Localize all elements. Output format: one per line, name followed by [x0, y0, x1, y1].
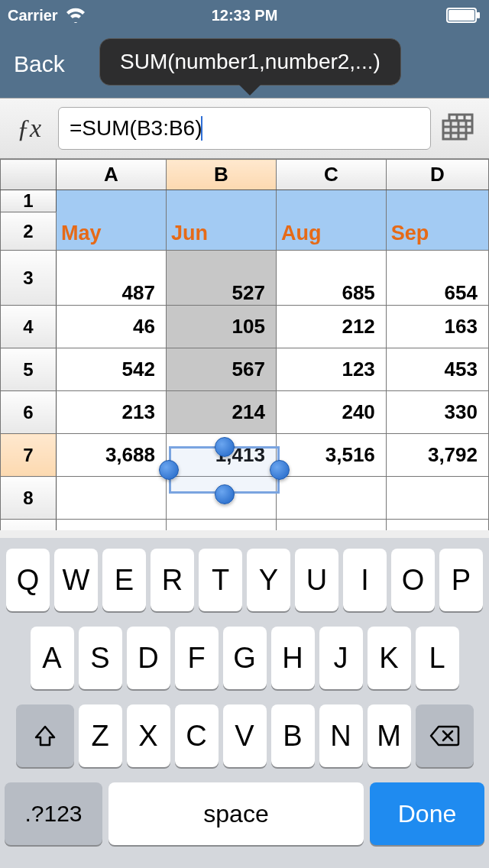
key-h[interactable]: H [271, 627, 315, 689]
selection-handle-right[interactable] [270, 460, 290, 480]
formula-input[interactable]: =SUM(B3:B6) [58, 107, 431, 150]
row-header-1[interactable]: 1 [1, 190, 57, 212]
battery-icon [446, 8, 481, 23]
keyboard-row-3: Z X C V B N M [5, 704, 484, 767]
select-all-corner[interactable] [1, 160, 57, 190]
key-x[interactable]: X [127, 704, 170, 767]
key-shift[interactable] [16, 704, 74, 767]
fx-icon[interactable]: ƒx [8, 114, 50, 143]
keyboard-row-4: .?123 space Done [5, 782, 484, 845]
cell-c4[interactable]: 212 [276, 306, 386, 348]
selection-handle-top[interactable] [215, 437, 235, 457]
cell-b3[interactable]: 527 [166, 251, 276, 306]
svg-rect-2 [449, 10, 474, 21]
cell-b-header[interactable]: Jun [166, 190, 276, 251]
cell-d5[interactable]: 453 [386, 348, 488, 391]
cell-a7[interactable]: 3,688 [57, 434, 167, 477]
key-z[interactable]: Z [79, 704, 122, 767]
cell-b4[interactable]: 105 [166, 306, 276, 348]
key-a[interactable]: A [31, 627, 74, 689]
key-p[interactable]: P [439, 549, 483, 611]
cell-d3[interactable]: 654 [386, 251, 488, 306]
row-header-5[interactable]: 5 [1, 348, 57, 391]
key-b[interactable]: B [271, 704, 315, 767]
cell-d7[interactable]: 3,792 [386, 434, 488, 477]
cell-d8[interactable] [386, 477, 488, 520]
key-l[interactable]: L [416, 627, 459, 689]
selection-handle-left[interactable] [159, 460, 179, 480]
keyboard-row-2: A S D F G H J K L [5, 627, 484, 689]
cell-a3[interactable]: 487 [57, 251, 167, 306]
key-g[interactable]: G [223, 627, 267, 689]
cell-a8[interactable] [57, 477, 167, 520]
key-done[interactable]: Done [370, 782, 484, 845]
key-d[interactable]: D [127, 627, 170, 689]
cell-a6[interactable]: 213 [57, 391, 167, 434]
cell-b9[interactable] [166, 520, 276, 531]
cell-a5[interactable]: 542 [57, 348, 167, 391]
cell-c7[interactable]: 3,516 [276, 434, 386, 477]
selection-handle-bottom[interactable] [215, 484, 235, 504]
key-numsym[interactable]: .?123 [5, 782, 102, 845]
cell-d-header[interactable]: Sep [386, 190, 488, 251]
key-m[interactable]: M [368, 704, 411, 767]
key-backspace[interactable] [416, 704, 474, 767]
key-y[interactable]: Y [247, 549, 290, 611]
formula-hint-tooltip: SUM(number1,number2,...) [99, 38, 401, 86]
cell-d6[interactable]: 330 [386, 391, 488, 434]
key-space[interactable]: space [108, 782, 364, 845]
text-caret [201, 116, 202, 141]
row-header-4[interactable]: 4 [1, 306, 57, 348]
key-k[interactable]: K [368, 627, 411, 689]
key-w[interactable]: W [54, 549, 98, 611]
cell-c9[interactable] [276, 520, 386, 531]
keyboard-row-1: Q W E R T Y U I O P [5, 549, 484, 611]
key-e[interactable]: E [102, 549, 146, 611]
sheets-button[interactable] [439, 112, 481, 145]
row-header-3[interactable]: 3 [1, 251, 57, 306]
col-header-a[interactable]: A [57, 160, 167, 190]
cell-c8[interactable] [276, 477, 386, 520]
cell-b5[interactable]: 567 [166, 348, 276, 391]
key-j[interactable]: J [319, 627, 363, 689]
backspace-icon [429, 724, 460, 747]
row-header-2[interactable]: 2 [1, 212, 57, 251]
svg-rect-1 [477, 12, 480, 18]
cell-d4[interactable]: 163 [386, 306, 488, 348]
back-button[interactable]: Back [14, 51, 65, 77]
key-q[interactable]: Q [6, 549, 50, 611]
cell-b6[interactable]: 214 [166, 391, 276, 434]
key-r[interactable]: R [151, 549, 194, 611]
cell-c-header[interactable]: Aug [276, 190, 386, 251]
formula-bar: ƒx =SUM(B3:B6) [0, 98, 489, 159]
keyboard: Q W E R T Y U I O P A S D F G H J K L Z … [0, 538, 489, 868]
svg-rect-8 [443, 121, 466, 139]
cell-a4[interactable]: 46 [57, 306, 167, 348]
key-i[interactable]: I [343, 549, 387, 611]
col-header-d[interactable]: D [386, 160, 488, 190]
key-f[interactable]: F [175, 627, 219, 689]
spreadsheet[interactable]: A B C D 1 May Jun Aug Sep 2 3 487 527 68… [0, 159, 489, 530]
status-bar: Carrier 12:33 PM [0, 0, 489, 31]
row-header-6[interactable]: 6 [1, 391, 57, 434]
wifi-icon [66, 8, 86, 23]
row-header-7[interactable]: 7 [1, 434, 57, 477]
row-header-8[interactable]: 8 [1, 477, 57, 520]
cell-a9[interactable] [57, 520, 167, 531]
key-n[interactable]: N [319, 704, 363, 767]
col-header-c[interactable]: C [276, 160, 386, 190]
cell-c5[interactable]: 123 [276, 348, 386, 391]
cell-d9[interactable] [386, 520, 488, 531]
col-header-b[interactable]: B [166, 160, 276, 190]
key-o[interactable]: O [391, 549, 435, 611]
key-s[interactable]: S [79, 627, 122, 689]
key-v[interactable]: V [223, 704, 267, 767]
shift-icon [33, 724, 57, 748]
key-u[interactable]: U [295, 549, 338, 611]
cell-a-header[interactable]: May [57, 190, 167, 251]
key-c[interactable]: C [175, 704, 219, 767]
cell-c3[interactable]: 685 [276, 251, 386, 306]
cell-c6[interactable]: 240 [276, 391, 386, 434]
key-t[interactable]: T [199, 549, 242, 611]
row-header-9[interactable]: 9 [1, 520, 57, 531]
